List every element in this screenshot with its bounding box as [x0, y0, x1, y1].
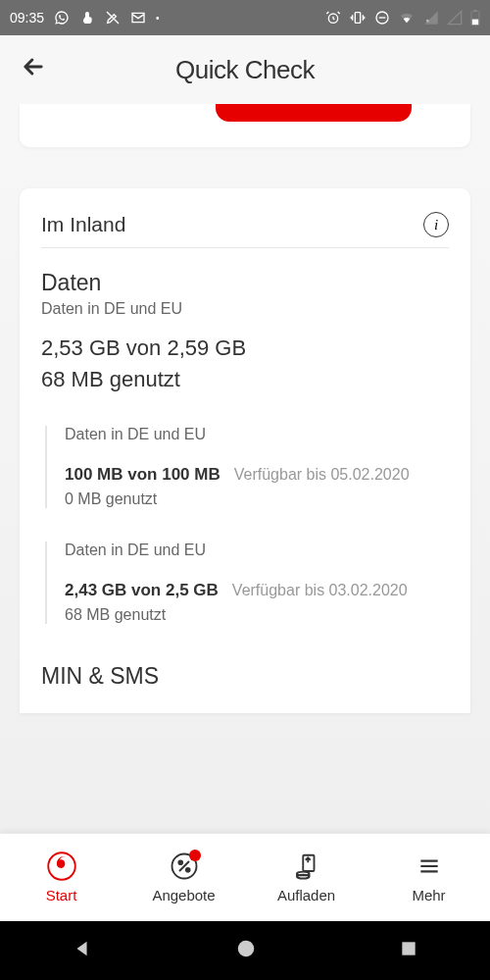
content-area: Im Inland i Daten Daten in DE und EU 2,5… — [0, 104, 490, 833]
svg-rect-1 — [355, 13, 360, 24]
previous-card-fragment — [20, 104, 470, 147]
back-button[interactable] — [20, 53, 47, 87]
app-header: Quick Check — [0, 35, 490, 104]
status-bar: 09:35 • × — [0, 0, 490, 35]
percent-icon — [170, 851, 199, 881]
topup-icon — [292, 851, 321, 881]
vodafone-icon — [47, 851, 76, 881]
nav-label: Angebote — [152, 887, 215, 903]
nav-label: Aufladen — [277, 887, 335, 903]
svg-rect-6 — [472, 20, 478, 26]
sys-home[interactable] — [235, 938, 257, 963]
bucket-used: 68 MB genutzt — [65, 606, 449, 624]
nav-label: Start — [46, 887, 77, 903]
dot-icon: • — [156, 13, 160, 24]
wifi-icon — [398, 10, 416, 26]
bucket-scope: Daten in DE und EU — [65, 426, 449, 443]
data-scope: Daten in DE und EU — [41, 300, 449, 318]
battery-icon — [470, 10, 480, 26]
signal2-icon — [447, 10, 463, 26]
nav-aufladen[interactable]: Aufladen — [245, 834, 368, 921]
data-bucket: Daten in DE und EU 2,43 GB von 2,5 GB Ve… — [45, 542, 449, 624]
pencil-off-icon — [105, 10, 121, 26]
bucket-scope: Daten in DE und EU — [65, 542, 449, 559]
bottom-nav: Start Angebote Aufladen Mehr — [0, 833, 490, 921]
badge-dot — [189, 850, 201, 861]
data-summary-remaining: 2,53 GB von 2,59 GB — [41, 335, 449, 361]
svg-point-14 — [238, 941, 255, 957]
nav-start[interactable]: Start — [0, 834, 122, 921]
data-bucket: Daten in DE und EU 100 MB von 100 MB Ver… — [45, 426, 449, 508]
nav-label: Mehr — [412, 887, 445, 903]
svg-text:×: × — [426, 18, 429, 24]
bucket-used: 0 MB genutzt — [65, 490, 449, 508]
card-title: Im Inland — [41, 213, 125, 236]
data-section: Daten Daten in DE und EU 2,53 GB von 2,5… — [41, 270, 449, 690]
nav-angebote[interactable]: Angebote — [122, 834, 245, 921]
info-button[interactable]: i — [423, 212, 449, 237]
menu-icon — [415, 851, 444, 881]
page-title: Quick Check — [47, 55, 443, 85]
bucket-expiry: Verfügbar bis 05.02.2020 — [234, 466, 410, 484]
sys-back[interactable] — [72, 938, 93, 963]
minsms-title: MIN & SMS — [41, 663, 449, 690]
svg-rect-15 — [403, 942, 416, 954]
vibrate-icon — [349, 10, 367, 26]
status-time: 09:35 — [10, 10, 44, 26]
mail-icon — [130, 10, 146, 26]
bucket-expiry: Verfügbar bis 03.02.2020 — [232, 582, 408, 599]
data-title: Daten — [41, 270, 449, 296]
cta-button-fragment[interactable] — [216, 104, 412, 122]
touch-icon — [79, 10, 95, 26]
nav-mehr[interactable]: Mehr — [368, 834, 490, 921]
system-nav — [0, 921, 490, 980]
bucket-remaining: 100 MB von 100 MB — [65, 465, 220, 485]
svg-point-13 — [297, 875, 310, 879]
sys-recent[interactable] — [399, 939, 418, 962]
data-summary-used: 68 MB genutzt — [41, 367, 449, 392]
alarm-icon — [325, 10, 341, 26]
inland-card: Im Inland i Daten Daten in DE und EU 2,5… — [20, 188, 470, 713]
dnd-icon — [374, 10, 390, 26]
signal-icon: × — [423, 10, 439, 26]
svg-point-10 — [185, 868, 189, 872]
svg-rect-5 — [473, 10, 476, 12]
whatsapp-icon — [54, 10, 70, 26]
svg-point-9 — [178, 860, 182, 864]
bucket-remaining: 2,43 GB von 2,5 GB — [65, 581, 219, 600]
